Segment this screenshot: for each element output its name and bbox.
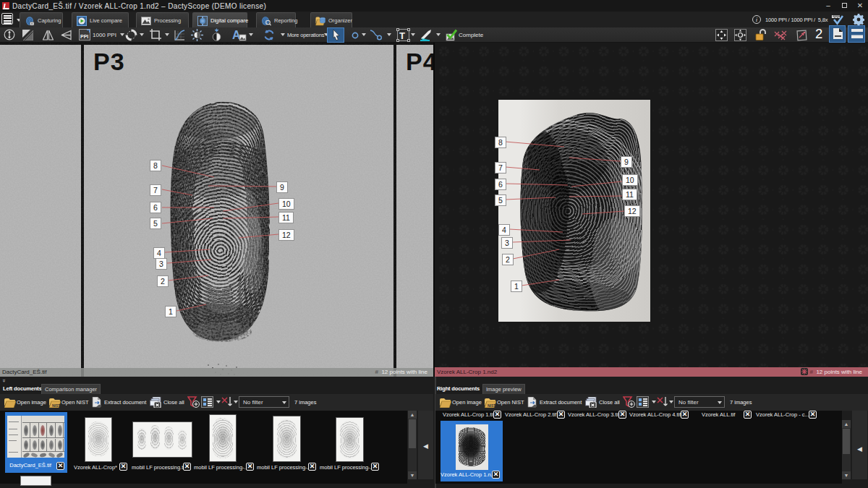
svg-text:NIST: NIST xyxy=(52,403,60,408)
svg-text:NIST: NIST xyxy=(488,403,495,408)
